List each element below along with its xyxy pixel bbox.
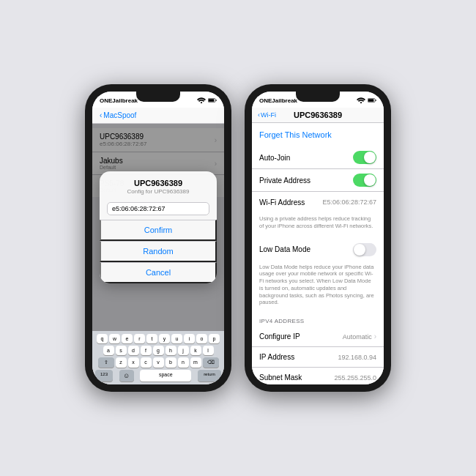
configure-ip-value: Automatic › xyxy=(343,332,376,341)
private-address-desc: Using a private address helps reduce tra… xyxy=(252,212,384,234)
macspoof-screen: UPC9636389 e5:06:06:28:72:67 › Jakubs De… xyxy=(92,124,224,331)
key-m[interactable]: m xyxy=(190,357,201,368)
key-b[interactable]: b xyxy=(166,357,176,368)
configure-ip-row[interactable]: Configure IP Automatic › xyxy=(252,327,384,347)
wifi-address-label: Wi-Fi Address xyxy=(259,198,305,207)
cancel-button[interactable]: Cancel xyxy=(100,262,217,283)
key-i[interactable]: i xyxy=(184,334,195,343)
mac-input[interactable] xyxy=(107,202,209,215)
key-p[interactable]: p xyxy=(209,334,220,343)
network-settings-section: Auto-Join Private Address Wi-Fi Address … xyxy=(252,146,384,212)
wifi-address-value: E5:06:06:28:72:67 xyxy=(322,198,376,206)
battery-icon-left xyxy=(208,97,217,103)
key-c[interactable]: c xyxy=(141,357,152,368)
delete-key[interactable]: ⌫ xyxy=(203,357,219,368)
modal-subtitle: Config for UPC9636389 xyxy=(107,188,209,195)
return-key[interactable]: return xyxy=(198,370,221,382)
confirm-button[interactable]: Confirm xyxy=(100,220,217,241)
key-z[interactable]: z xyxy=(116,357,127,368)
subnet-value: 255.255.255.0 xyxy=(334,374,376,382)
subnet-label: Subnet Mask xyxy=(259,373,302,382)
key-r[interactable]: r xyxy=(134,334,145,343)
low-data-desc: Low Data Mode helps reduce your iPhone d… xyxy=(252,261,384,311)
key-y[interactable]: y xyxy=(159,334,170,343)
svg-rect-3 xyxy=(209,99,215,102)
configure-ip-text: Automatic xyxy=(343,333,372,341)
phone-left: ONEJailbreak ‹ MacSpoof UPC9636389 e5:06… xyxy=(85,84,231,392)
low-data-row: Low Data Mode xyxy=(252,239,384,261)
ipv4-header: IPV4 ADDRESS xyxy=(252,310,384,327)
key-s[interactable]: s xyxy=(116,346,127,355)
key-a[interactable]: a xyxy=(103,346,114,355)
svg-rect-6 xyxy=(376,100,376,101)
key-n[interactable]: n xyxy=(178,357,189,368)
key-v[interactable]: v xyxy=(153,357,164,368)
key-x[interactable]: x xyxy=(128,357,139,368)
forget-network-button[interactable]: Forget This Network xyxy=(252,123,384,146)
key-o[interactable]: o xyxy=(196,334,207,343)
key-d[interactable]: d xyxy=(128,346,139,355)
private-address-toggle[interactable] xyxy=(353,174,376,187)
kb-row-2: a s d f g h j k l xyxy=(94,346,223,355)
key-j[interactable]: j xyxy=(178,346,189,355)
wifi-back-label: Wi-Fi xyxy=(261,111,276,119)
key-u[interactable]: u xyxy=(171,334,182,343)
subnet-row: Subnet Mask 255.255.255.0 xyxy=(252,368,384,384)
numbers-key[interactable]: 123 xyxy=(95,370,113,382)
ip-address-row: IP Address 192.168.0.94 xyxy=(252,347,384,368)
key-k[interactable]: k xyxy=(190,346,201,355)
low-data-toggle[interactable] xyxy=(353,243,376,256)
key-q[interactable]: q xyxy=(97,334,108,343)
low-data-section: Low Data Mode xyxy=(252,239,384,261)
auto-join-row: Auto-Join xyxy=(252,146,384,169)
modal-header: UPC9636389 Config for UPC9636389 xyxy=(100,171,217,198)
back-button-right[interactable]: ‹ Wi-Fi xyxy=(258,111,276,119)
ip-address-label: IP Address xyxy=(259,353,294,361)
carrier-right: ONEJailbreak xyxy=(259,97,297,104)
wifi-settings-content: Forget This Network Auto-Join Private Ad… xyxy=(252,123,384,384)
notch-right xyxy=(296,92,340,102)
key-w[interactable]: w xyxy=(109,334,120,343)
random-button[interactable]: Random xyxy=(100,241,217,262)
notch-left xyxy=(136,92,180,102)
space-key[interactable]: space xyxy=(140,370,191,382)
wifi-icon-left xyxy=(197,97,206,103)
kb-row-3: ⇧ z x c v b n m ⌫ xyxy=(94,357,223,368)
chevron-icon-configure: › xyxy=(374,332,376,341)
key-l[interactable]: l xyxy=(203,346,214,355)
private-address-row: Private Address xyxy=(252,169,384,192)
auto-join-label: Auto-Join xyxy=(259,154,290,162)
status-bar-left: ONEJailbreak xyxy=(92,92,224,108)
ipv4-section: Configure IP Automatic › IP Address 192.… xyxy=(252,327,384,384)
nav-bar-left: ‹ MacSpoof xyxy=(92,108,224,124)
wifi-icon-right xyxy=(357,97,365,103)
battery-icon-right xyxy=(368,97,376,103)
carrier-left: ONEJailbreak xyxy=(100,97,138,104)
phone-right: ONEJailbreak ‹ Wi-Fi UPC9636389 Forget T… xyxy=(245,84,391,392)
key-f[interactable]: f xyxy=(141,346,152,355)
key-t[interactable]: t xyxy=(146,334,157,343)
kb-row-4: 123 ☺ space return xyxy=(95,370,221,382)
modal-title: UPC9636389 xyxy=(107,179,209,187)
wifi-nav-title: UPC9636389 xyxy=(294,111,342,119)
mac-edit-modal: UPC9636389 Config for UPC9636389 Confirm… xyxy=(100,171,217,283)
svg-point-4 xyxy=(360,102,362,103)
key-e[interactable]: e xyxy=(122,334,133,343)
auto-join-toggle[interactable] xyxy=(353,151,376,164)
keyboard: q w e r t y u i o p a s d f g h j k l xyxy=(92,331,224,384)
back-button-left[interactable]: ‹ MacSpoof xyxy=(100,111,136,119)
svg-rect-2 xyxy=(216,100,217,101)
private-address-label: Private Address xyxy=(259,176,310,185)
key-g[interactable]: g xyxy=(153,346,164,355)
chevron-left-icon: ‹ xyxy=(100,111,102,119)
svg-point-0 xyxy=(201,102,202,103)
toggle-knob-autojoin xyxy=(364,152,376,163)
emoji-key[interactable]: ☺ xyxy=(119,370,134,382)
back-label-left: MacSpoof xyxy=(103,111,136,119)
shift-key[interactable]: ⇧ xyxy=(98,357,114,368)
toggle-knob-lowdata xyxy=(354,244,365,256)
key-h[interactable]: h xyxy=(166,346,176,355)
low-data-label: Low Data Mode xyxy=(259,245,310,253)
ip-address-value: 192.168.0.94 xyxy=(338,354,376,361)
chevron-left-icon-right: ‹ xyxy=(258,111,260,119)
